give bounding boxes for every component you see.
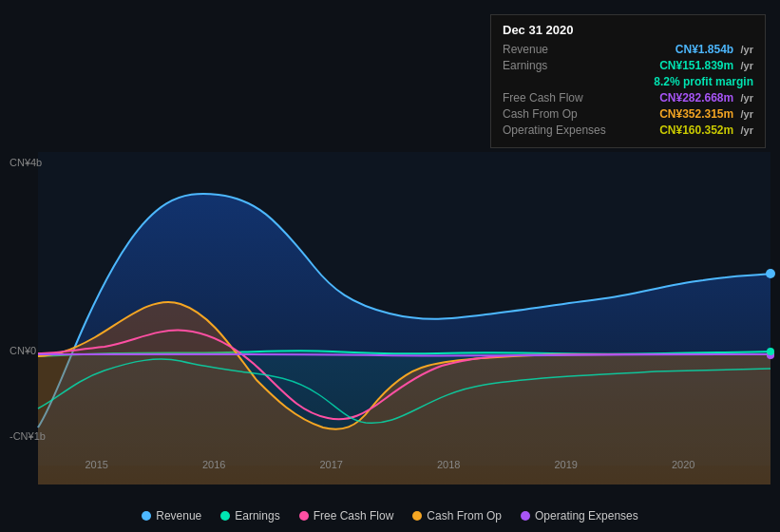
legend-dot-revenue xyxy=(142,511,151,521)
x-label-2019: 2019 xyxy=(555,459,578,470)
x-label-2015: 2015 xyxy=(86,459,108,470)
tooltip-label-opex: Operating Expenses xyxy=(503,124,617,137)
x-label-2016: 2016 xyxy=(202,459,225,470)
tooltip-value-revenue: CN¥1.854b /yr xyxy=(675,43,753,56)
svg-point-3 xyxy=(766,269,775,278)
legend-dot-cashop xyxy=(412,511,422,521)
legend-label-revenue: Revenue xyxy=(156,509,201,522)
tooltip-row-opex: Operating Expenses CN¥160.352m /yr xyxy=(503,124,753,137)
x-labels: 2015 2016 2017 2018 2019 2020 xyxy=(0,459,780,470)
y-label-neg: -CN¥1b xyxy=(10,430,46,442)
legend-earnings[interactable]: Earnings xyxy=(220,509,279,522)
tooltip-date: Dec 31 2020 xyxy=(503,23,753,37)
tooltip-row-margin: 8.2% profit margin xyxy=(503,75,753,88)
legend-label-cashop: Cash From Op xyxy=(427,509,502,522)
tooltip-label-fcf: Free Cash Flow xyxy=(503,91,617,104)
tooltip-value-opex: CN¥160.352m /yr xyxy=(659,124,753,137)
x-label-2018: 2018 xyxy=(437,459,460,470)
tooltip-value-earnings: CN¥151.839m /yr xyxy=(659,59,753,72)
tooltip-value-fcf: CN¥282.668m /yr xyxy=(659,91,753,104)
legend-dot-earnings xyxy=(220,511,230,521)
tooltip-row-revenue: Revenue CN¥1.854b /yr xyxy=(503,43,753,56)
tooltip-value-margin: 8.2% profit margin xyxy=(654,75,753,88)
x-label-2017: 2017 xyxy=(320,459,343,470)
legend: Revenue Earnings Free Cash Flow Cash Fro… xyxy=(0,509,780,522)
tooltip-label-earnings: Earnings xyxy=(503,59,617,72)
tooltip-value-cashop: CN¥352.315m /yr xyxy=(659,107,753,121)
legend-cashop[interactable]: Cash From Op xyxy=(412,509,502,522)
legend-label-earnings: Earnings xyxy=(235,509,279,522)
svg-point-6 xyxy=(767,348,774,355)
tooltip-label-margin xyxy=(503,75,617,88)
tooltip-label-revenue: Revenue xyxy=(503,43,617,56)
legend-dot-opex xyxy=(521,511,530,521)
x-label-2020: 2020 xyxy=(672,459,694,470)
tooltip-row-cashop: Cash From Op CN¥352.315m /yr xyxy=(503,107,753,121)
y-label-top: CN¥4b xyxy=(10,157,42,168)
tooltip: Dec 31 2020 Revenue CN¥1.854b /yr Earnin… xyxy=(490,14,766,148)
legend-label-opex: Operating Expenses xyxy=(535,509,638,522)
legend-fcf[interactable]: Free Cash Flow xyxy=(299,509,394,522)
legend-label-fcf: Free Cash Flow xyxy=(314,509,394,522)
tooltip-row-earnings: Earnings CN¥151.839m /yr xyxy=(503,59,753,72)
tooltip-label-cashop: Cash From Op xyxy=(503,107,617,121)
legend-revenue[interactable]: Revenue xyxy=(142,509,201,522)
legend-dot-fcf xyxy=(299,511,309,521)
legend-opex[interactable]: Operating Expenses xyxy=(521,509,638,522)
tooltip-row-fcf: Free Cash Flow CN¥282.668m /yr xyxy=(503,91,753,104)
y-label-zero: CN¥0 xyxy=(10,345,36,356)
